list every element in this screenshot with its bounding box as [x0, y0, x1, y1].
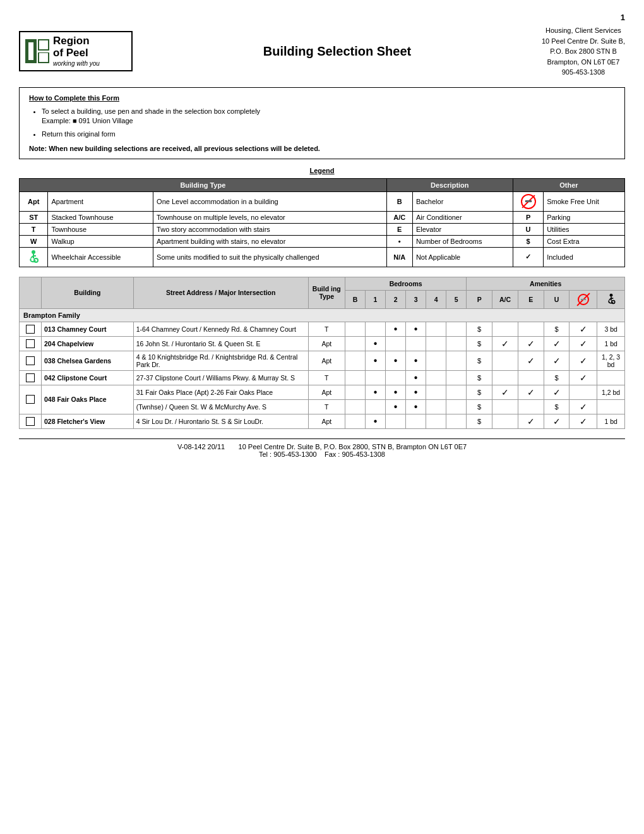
- p-013: $: [467, 322, 492, 336]
- e-048b: [518, 399, 544, 414]
- u-042: $: [544, 370, 569, 385]
- three-042: •: [406, 370, 426, 385]
- three-013: •: [406, 322, 426, 336]
- two-013: •: [386, 322, 406, 336]
- legend-desc-u: Utilities: [544, 223, 625, 235]
- five-028: [446, 414, 467, 428]
- e-204: ✓: [518, 336, 544, 351]
- p-048b: $: [467, 399, 492, 414]
- four-048b: [426, 399, 446, 414]
- legend-header-desc: Description: [386, 178, 513, 191]
- e-038: ✓: [518, 351, 544, 370]
- building-042: 042 Clipstone Court: [41, 370, 133, 385]
- ac-042: [492, 370, 518, 385]
- col-smoke: [569, 290, 597, 308]
- logo-icon: [25, 39, 49, 63]
- smoke-048b: ✓: [569, 399, 597, 414]
- address-028: 4 Sir Lou Dr. / Hurontario St. S & Sir L…: [133, 414, 308, 428]
- row-checkbox-048[interactable]: [20, 385, 42, 414]
- type-038: Apt: [308, 351, 345, 370]
- e-028: ✓: [518, 414, 544, 428]
- row-checkbox-042[interactable]: [20, 370, 42, 385]
- table-row: 048 Fair Oaks Place 31 Fair Oaks Place (…: [20, 385, 625, 399]
- footer-fax: Fax : 905-453-1308: [325, 450, 385, 458]
- type-204: Apt: [308, 336, 345, 351]
- legend-code-u: U: [513, 223, 543, 235]
- table-row: 028 Fletcher's View 4 Sir Lou Dr. / Huro…: [20, 414, 625, 428]
- instructions-note: Note: When new building selections are r…: [29, 145, 615, 152]
- legend-desc-w: Apartment building with stairs, no eleva…: [153, 235, 387, 247]
- smoke-013: ✓: [569, 322, 597, 336]
- instructions-title: How to Complete this Form: [29, 94, 615, 102]
- title-area: Building Selection Sheet: [133, 44, 542, 59]
- legend-header-other: Other: [513, 178, 624, 191]
- checkbox-048[interactable]: [26, 395, 35, 404]
- address-042: 27-37 Clipstone Court / Williams Pkwy. &…: [133, 370, 308, 385]
- legend-desc-na: Not Applicable: [412, 247, 513, 267]
- five-204: [446, 336, 467, 351]
- legend-code-st: ST: [20, 211, 48, 223]
- svg-point-6: [32, 250, 35, 254]
- two-038: •: [386, 351, 406, 370]
- five-038: [446, 351, 467, 370]
- checkbox-038[interactable]: [26, 356, 35, 365]
- b-204: [345, 336, 365, 351]
- table-row: 013 Chamney Court 1-64 Chamney Court / K…: [20, 322, 625, 336]
- legend-desc-ac: Air Conditioner: [412, 211, 513, 223]
- row-checkbox-028[interactable]: [20, 414, 42, 428]
- e-042: [518, 370, 544, 385]
- checkbox-204[interactable]: [26, 339, 35, 348]
- main-table: Building Street Address / Major Intersec…: [19, 277, 625, 429]
- svg-point-15: [611, 300, 614, 303]
- wc-038: 1, 2, 3 bd: [597, 351, 625, 370]
- legend-row-3: T Townhouse Two story accommodation with…: [20, 223, 625, 235]
- address-013: 1-64 Chamney Court / Kennedy Rd. & Chamn…: [133, 322, 308, 336]
- address-038: 4 & 10 Knightsbridge Rd. / Knightsbridge…: [133, 351, 308, 370]
- type-028: Apt: [308, 414, 345, 428]
- two-028: [386, 414, 406, 428]
- logo-area: Region of Peel working with you: [19, 31, 133, 71]
- legend-header-type: Building Type: [20, 178, 387, 191]
- legend-type-w: Walkup: [48, 235, 153, 247]
- no-smoking-icon: [521, 194, 536, 209]
- col-u: U: [544, 290, 569, 308]
- logo-box: Region of Peel working with you: [19, 31, 133, 71]
- legend-smoke-icon: [513, 191, 543, 211]
- e-048a: ✓: [518, 385, 544, 399]
- legend-type-t: Townhouse: [48, 223, 153, 235]
- table-row: 038 Chelsea Gardens 4 & 10 Knightsbridge…: [20, 351, 625, 370]
- checkbox-028[interactable]: [26, 417, 35, 426]
- contact-line3: P.O. Box 2800 STN B: [542, 46, 625, 57]
- contact-line1: Housing, Client Services: [542, 25, 625, 36]
- instructions-list: To select a building, use pen and shade …: [42, 107, 615, 140]
- address-204: 16 John St. / Hurontario St. & Queen St.…: [133, 336, 308, 351]
- col-ac: A/C: [492, 290, 518, 308]
- row-checkbox-013[interactable]: [20, 322, 42, 336]
- page-title: Building Selection Sheet: [133, 44, 542, 59]
- p-204: $: [467, 336, 492, 351]
- wc-042: [597, 370, 625, 385]
- building-204: 204 Chapelview: [41, 336, 133, 351]
- four-204: [426, 336, 446, 351]
- col-3: 3: [406, 290, 426, 308]
- two-042: [386, 370, 406, 385]
- checkbox-013[interactable]: [26, 325, 35, 334]
- ac-204: ✓: [492, 336, 518, 351]
- p-042: $: [467, 370, 492, 385]
- five-048a: [446, 385, 467, 399]
- col-1: 1: [365, 290, 385, 308]
- header: Region of Peel working with you Building…: [19, 25, 625, 78]
- ac-028: [492, 414, 518, 428]
- legend-type-apt: Apartment: [48, 191, 153, 211]
- one-038: •: [365, 351, 385, 370]
- row-checkbox-038[interactable]: [20, 351, 42, 370]
- b-048b: [345, 399, 365, 414]
- legend-code-b: B: [386, 191, 412, 211]
- four-042: [426, 370, 446, 385]
- row-checkbox-204[interactable]: [20, 336, 42, 351]
- smoke-col-icon: [578, 294, 589, 305]
- instruction-item-2: Return this original form: [42, 130, 615, 139]
- one-042: [365, 370, 385, 385]
- checkbox-042[interactable]: [26, 373, 35, 382]
- svg-marker-3: [28, 42, 33, 60]
